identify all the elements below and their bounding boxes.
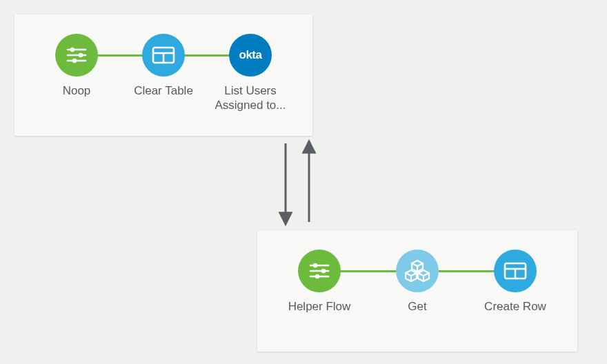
node-helper-flow[interactable]: Helper Flow [282,250,357,314]
node-get[interactable]: Get [380,250,455,314]
cubes-icon [396,250,439,292]
table-icon [494,250,537,292]
node-label: Clear Table [134,83,193,98]
transition-arrows [269,138,324,228]
node-noop[interactable]: Noop [39,34,114,98]
flow-panel-top: Noop Clear Table okta List Users Assigne… [14,14,312,136]
node-label: Create Row [484,299,546,314]
sliders-icon [298,250,341,292]
node-label: Helper Flow [288,299,351,314]
svg-point-5 [72,59,77,63]
sliders-icon [55,34,98,77]
node-label: Noop [63,83,91,98]
svg-point-4 [79,53,83,57]
svg-point-3 [70,48,74,52]
node-create-row[interactable]: Create Row [478,250,553,314]
node-label: List Users Assigned to... [215,83,286,113]
okta-icon: okta [229,34,272,77]
table-icon [142,34,185,77]
svg-point-14 [315,274,319,279]
svg-point-12 [313,263,317,267]
flow-row-top: Noop Clear Table okta List Users Assigne… [39,34,288,119]
flow-panel-bottom: Helper Flow Get [257,230,577,352]
node-clear-table[interactable]: Clear Table [126,34,201,98]
okta-wordmark: okta [239,48,262,62]
svg-point-13 [321,269,326,273]
node-list-users[interactable]: okta List Users Assigned to... [213,34,288,113]
node-label: Get [408,299,426,314]
flow-row-bottom: Helper Flow Get [282,250,553,335]
